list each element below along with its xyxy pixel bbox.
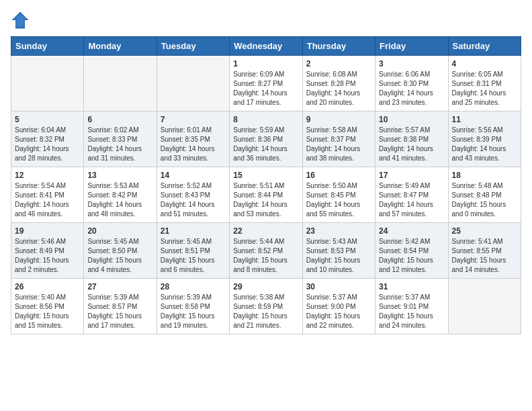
calendar-cell-3-3: 14Sunrise: 5:52 AM Sunset: 8:43 PM Dayli… [157, 167, 229, 223]
calendar-cell-4-5: 23Sunrise: 5:43 AM Sunset: 8:53 PM Dayli… [302, 223, 375, 279]
day-header-friday: Friday [375, 37, 448, 56]
cell-info-text: Sunrise: 5:39 AM Sunset: 8:58 PM Dayligh… [161, 293, 226, 330]
calendar-cell-2-7: 11Sunrise: 5:56 AM Sunset: 8:39 PM Dayli… [448, 111, 521, 167]
day-number: 14 [161, 171, 226, 180]
day-number: 15 [233, 171, 298, 180]
cell-info-text: Sunrise: 5:37 AM Sunset: 9:01 PM Dayligh… [379, 293, 444, 330]
calendar-table: SundayMondayTuesdayWednesdayThursdayFrid… [11, 36, 521, 334]
day-header-saturday: Saturday [448, 37, 521, 56]
cell-info-text: Sunrise: 5:52 AM Sunset: 8:43 PM Dayligh… [161, 181, 226, 219]
day-number: 24 [379, 226, 444, 236]
cell-info-text: Sunrise: 5:44 AM Sunset: 8:52 PM Dayligh… [233, 237, 298, 275]
day-number: 16 [306, 171, 371, 180]
day-header-wednesday: Wednesday [230, 37, 302, 56]
day-header-sunday: Sunday [11, 37, 84, 56]
calendar-cell-3-2: 13Sunrise: 5:53 AM Sunset: 8:42 PM Dayli… [84, 167, 157, 223]
calendar-cell-5-6: 31Sunrise: 5:37 AM Sunset: 9:01 PM Dayli… [375, 279, 448, 334]
cell-info-text: Sunrise: 5:42 AM Sunset: 8:54 PM Dayligh… [379, 237, 444, 275]
day-number: 8 [233, 115, 298, 124]
calendar-cell-1-5: 2Sunrise: 6:08 AM Sunset: 8:28 PM Daylig… [302, 56, 375, 111]
calendar-cell-4-1: 19Sunrise: 5:46 AM Sunset: 8:49 PM Dayli… [11, 223, 84, 279]
cell-info-text: Sunrise: 5:59 AM Sunset: 8:36 PM Dayligh… [233, 126, 298, 163]
day-number: 6 [87, 115, 152, 124]
cell-info-text: Sunrise: 5:57 AM Sunset: 8:38 PM Dayligh… [379, 126, 444, 163]
day-number: 28 [161, 282, 226, 291]
cell-info-text: Sunrise: 5:54 AM Sunset: 8:41 PM Dayligh… [15, 181, 80, 219]
calendar-week-4: 19Sunrise: 5:46 AM Sunset: 8:49 PM Dayli… [11, 223, 521, 279]
logo [11, 11, 32, 30]
day-number: 11 [452, 115, 517, 124]
cell-info-text: Sunrise: 5:45 AM Sunset: 8:50 PM Dayligh… [87, 237, 152, 275]
day-number: 19 [15, 226, 80, 236]
calendar-cell-5-2: 27Sunrise: 5:39 AM Sunset: 8:57 PM Dayli… [84, 279, 157, 334]
cell-info-text: Sunrise: 6:05 AM Sunset: 8:31 PM Dayligh… [452, 70, 517, 107]
calendar-week-1: 1Sunrise: 6:09 AM Sunset: 8:27 PM Daylig… [11, 56, 521, 111]
day-number: 2 [306, 59, 371, 68]
day-number: 3 [379, 59, 444, 68]
calendar-cell-3-4: 15Sunrise: 5:51 AM Sunset: 8:44 PM Dayli… [230, 167, 302, 223]
day-number: 20 [87, 226, 152, 236]
cell-info-text: Sunrise: 6:04 AM Sunset: 8:32 PM Dayligh… [15, 126, 80, 163]
day-header-monday: Monday [84, 37, 157, 56]
day-header-tuesday: Tuesday [157, 37, 229, 56]
calendar-cell-2-4: 8Sunrise: 5:59 AM Sunset: 8:36 PM Daylig… [230, 111, 302, 167]
cell-info-text: Sunrise: 5:49 AM Sunset: 8:47 PM Dayligh… [379, 181, 444, 219]
day-number: 7 [161, 115, 226, 124]
calendar-cell-4-7: 25Sunrise: 5:41 AM Sunset: 8:55 PM Dayli… [448, 223, 521, 279]
calendar-cell-4-3: 21Sunrise: 5:45 AM Sunset: 8:51 PM Dayli… [157, 223, 229, 279]
calendar-cell-2-1: 5Sunrise: 6:04 AM Sunset: 8:32 PM Daylig… [11, 111, 84, 167]
day-number: 31 [379, 282, 444, 291]
cell-info-text: Sunrise: 5:37 AM Sunset: 9:00 PM Dayligh… [306, 293, 371, 330]
calendar-week-3: 12Sunrise: 5:54 AM Sunset: 8:41 PM Dayli… [11, 167, 521, 223]
cell-info-text: Sunrise: 5:45 AM Sunset: 8:51 PM Dayligh… [161, 237, 226, 275]
svg-marker-1 [13, 13, 28, 27]
day-number: 17 [379, 171, 444, 180]
calendar-cell-2-2: 6Sunrise: 6:02 AM Sunset: 8:33 PM Daylig… [84, 111, 157, 167]
calendar-week-5: 26Sunrise: 5:40 AM Sunset: 8:56 PM Dayli… [11, 279, 521, 334]
calendar-cell-5-4: 29Sunrise: 5:38 AM Sunset: 8:59 PM Dayli… [230, 279, 302, 334]
day-number: 22 [233, 226, 298, 236]
calendar-cell-2-6: 10Sunrise: 5:57 AM Sunset: 8:38 PM Dayli… [375, 111, 448, 167]
calendar-cell-4-4: 22Sunrise: 5:44 AM Sunset: 8:52 PM Dayli… [230, 223, 302, 279]
day-number: 30 [306, 282, 371, 291]
page-header [11, 11, 521, 30]
calendar-cell-1-2 [84, 56, 157, 111]
cell-info-text: Sunrise: 6:02 AM Sunset: 8:33 PM Dayligh… [87, 126, 152, 163]
calendar-cell-5-5: 30Sunrise: 5:37 AM Sunset: 9:00 PM Dayli… [302, 279, 375, 334]
cell-info-text: Sunrise: 5:58 AM Sunset: 8:37 PM Dayligh… [306, 126, 371, 163]
cell-info-text: Sunrise: 5:53 AM Sunset: 8:42 PM Dayligh… [87, 181, 152, 219]
cell-info-text: Sunrise: 5:43 AM Sunset: 8:53 PM Dayligh… [306, 237, 371, 275]
cell-info-text: Sunrise: 6:06 AM Sunset: 8:30 PM Dayligh… [379, 70, 444, 107]
calendar-cell-1-6: 3Sunrise: 6:06 AM Sunset: 8:30 PM Daylig… [375, 56, 448, 111]
calendar-cell-1-3 [157, 56, 229, 111]
calendar-cell-1-4: 1Sunrise: 6:09 AM Sunset: 8:27 PM Daylig… [230, 56, 302, 111]
cell-info-text: Sunrise: 6:08 AM Sunset: 8:28 PM Dayligh… [306, 70, 371, 107]
cell-info-text: Sunrise: 5:46 AM Sunset: 8:49 PM Dayligh… [15, 237, 80, 275]
day-number: 1 [233, 59, 298, 68]
cell-info-text: Sunrise: 5:40 AM Sunset: 8:56 PM Dayligh… [15, 293, 80, 330]
cell-info-text: Sunrise: 5:50 AM Sunset: 8:45 PM Dayligh… [306, 181, 371, 219]
day-number: 26 [15, 282, 80, 291]
calendar-cell-3-1: 12Sunrise: 5:54 AM Sunset: 8:41 PM Dayli… [11, 167, 84, 223]
logo-icon [11, 11, 30, 30]
cell-info-text: Sunrise: 5:38 AM Sunset: 8:59 PM Dayligh… [233, 293, 298, 330]
calendar-cell-3-6: 17Sunrise: 5:49 AM Sunset: 8:47 PM Dayli… [375, 167, 448, 223]
cell-info-text: Sunrise: 5:39 AM Sunset: 8:57 PM Dayligh… [87, 293, 152, 330]
calendar-cell-3-5: 16Sunrise: 5:50 AM Sunset: 8:45 PM Dayli… [302, 167, 375, 223]
days-header-row: SundayMondayTuesdayWednesdayThursdayFrid… [11, 37, 521, 56]
day-number: 9 [306, 115, 371, 124]
day-number: 18 [452, 171, 517, 180]
cell-info-text: Sunrise: 5:41 AM Sunset: 8:55 PM Dayligh… [452, 237, 517, 275]
calendar-cell-2-5: 9Sunrise: 5:58 AM Sunset: 8:37 PM Daylig… [302, 111, 375, 167]
calendar-cell-4-2: 20Sunrise: 5:45 AM Sunset: 8:50 PM Dayli… [84, 223, 157, 279]
cell-info-text: Sunrise: 5:48 AM Sunset: 8:48 PM Dayligh… [452, 181, 517, 219]
calendar-cell-3-7: 18Sunrise: 5:48 AM Sunset: 8:48 PM Dayli… [448, 167, 521, 223]
day-number: 12 [15, 171, 80, 180]
day-number: 5 [15, 115, 80, 124]
cell-info-text: Sunrise: 5:51 AM Sunset: 8:44 PM Dayligh… [233, 181, 298, 219]
cell-info-text: Sunrise: 6:09 AM Sunset: 8:27 PM Dayligh… [233, 70, 298, 107]
calendar-cell-4-6: 24Sunrise: 5:42 AM Sunset: 8:54 PM Dayli… [375, 223, 448, 279]
cell-info-text: Sunrise: 5:56 AM Sunset: 8:39 PM Dayligh… [452, 126, 517, 163]
day-number: 21 [161, 226, 226, 236]
day-number: 29 [233, 282, 298, 291]
